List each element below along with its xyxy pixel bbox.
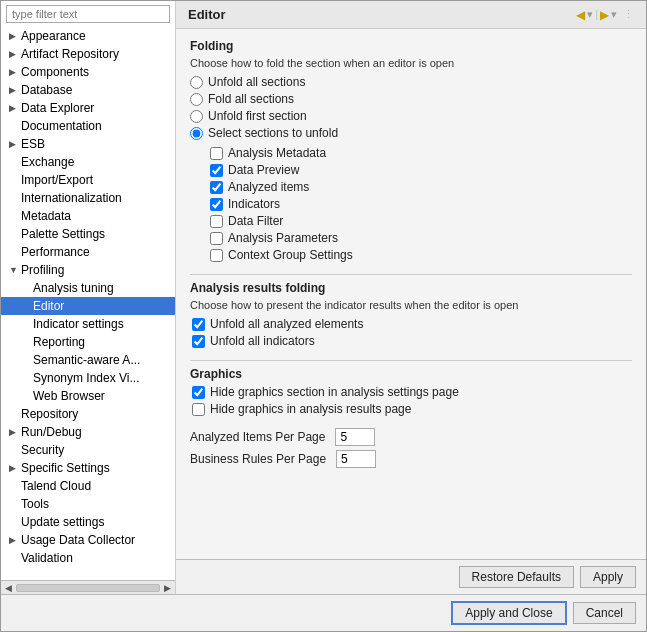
expand-arrow: ▶: [9, 49, 21, 59]
radio-select-sections-input[interactable]: [190, 127, 203, 140]
radio-select-sections[interactable]: Select sections to unfold: [190, 126, 632, 140]
cb-hide-graphics-settings-input[interactable]: [192, 386, 205, 399]
cb-data-filter[interactable]: Data Filter: [210, 214, 632, 228]
sidebar-item-reporting[interactable]: Reporting: [1, 333, 175, 351]
sidebar-item-performance[interactable]: Performance: [1, 243, 175, 261]
business-rules-row: Business Rules Per Page: [190, 450, 632, 468]
sidebar-item-import-export[interactable]: Import/Export: [1, 171, 175, 189]
back-arrow-icon[interactable]: ◀: [576, 8, 585, 22]
left-panel: ▶ Appearance ▶ Artifact Repository ▶ Com…: [1, 1, 176, 594]
sidebar-item-artifact-repository[interactable]: ▶ Artifact Repository: [1, 45, 175, 63]
sidebar-item-analysis-tuning[interactable]: Analysis tuning: [1, 279, 175, 297]
cb-data-preview-input[interactable]: [210, 164, 223, 177]
cb-unfold-analyzed-input[interactable]: [192, 318, 205, 331]
radio-unfold-all[interactable]: Unfold all sections: [190, 75, 632, 89]
sidebar-item-repository[interactable]: Repository: [1, 405, 175, 423]
cb-analyzed-items-label: Analyzed items: [228, 180, 309, 194]
folding-checkbox-group: Analysis Metadata Data Preview Analyzed …: [210, 146, 632, 262]
radio-fold-all-input[interactable]: [190, 93, 203, 106]
cb-analysis-parameters[interactable]: Analysis Parameters: [210, 231, 632, 245]
restore-defaults-button[interactable]: Restore Defaults: [459, 566, 574, 588]
sidebar-item-exchange[interactable]: Exchange: [1, 153, 175, 171]
sidebar-item-internationalization[interactable]: Internationalization: [1, 189, 175, 207]
cb-unfold-indicators-input[interactable]: [192, 335, 205, 348]
sidebar-item-label: Tools: [21, 497, 171, 511]
sidebar-item-specific-settings[interactable]: ▶ Specific Settings: [1, 459, 175, 477]
tree-scrollbar[interactable]: ◀ ▶: [1, 580, 175, 594]
cb-indicators-input[interactable]: [210, 198, 223, 211]
scroll-right-btn[interactable]: ▶: [162, 583, 173, 593]
radio-unfold-first[interactable]: Unfold first section: [190, 109, 632, 123]
cb-context-group[interactable]: Context Group Settings: [210, 248, 632, 262]
cb-context-group-input[interactable]: [210, 249, 223, 262]
more-icon[interactable]: ⋮: [623, 8, 634, 21]
hscroll-thumb[interactable]: [16, 584, 160, 592]
dropdown-arrow2-icon[interactable]: ▾: [611, 8, 617, 21]
sidebar-item-components[interactable]: ▶ Components: [1, 63, 175, 81]
dropdown-arrow-icon[interactable]: ▾: [587, 8, 593, 21]
forward-arrow-icon[interactable]: ▶: [600, 8, 609, 22]
sidebar-item-label: Documentation: [21, 119, 171, 133]
sidebar-item-usage-data-collector[interactable]: ▶ Usage Data Collector: [1, 531, 175, 549]
sidebar-item-validation[interactable]: Validation: [1, 549, 175, 567]
cb-hide-graphics-results-input[interactable]: [192, 403, 205, 416]
sidebar-item-label: Palette Settings: [21, 227, 171, 241]
sidebar-item-editor[interactable]: Editor: [1, 297, 175, 315]
sidebar-item-label: Internationalization: [21, 191, 171, 205]
sidebar-item-palette-settings[interactable]: Palette Settings: [1, 225, 175, 243]
sidebar-item-esb[interactable]: ▶ ESB: [1, 135, 175, 153]
nav-arrows: ◀ ▾ | ▶ ▾ ⋮: [576, 8, 634, 22]
sidebar-item-label: Exchange: [21, 155, 171, 169]
cb-data-filter-label: Data Filter: [228, 214, 283, 228]
business-rules-input[interactable]: [336, 450, 376, 468]
page-title: Editor: [188, 7, 226, 22]
cb-data-filter-input[interactable]: [210, 215, 223, 228]
sidebar-item-documentation[interactable]: Documentation: [1, 117, 175, 135]
cb-unfold-indicators[interactable]: Unfold all indicators: [192, 334, 632, 348]
apply-and-close-button[interactable]: Apply and Close: [451, 601, 566, 625]
cb-hide-graphics-settings[interactable]: Hide graphics section in analysis settin…: [192, 385, 632, 399]
sidebar-item-run-debug[interactable]: ▶ Run/Debug: [1, 423, 175, 441]
cb-analysis-metadata-input[interactable]: [210, 147, 223, 160]
radio-unfold-first-input[interactable]: [190, 110, 203, 123]
sidebar-item-tools[interactable]: Tools: [1, 495, 175, 513]
cb-analysis-metadata[interactable]: Analysis Metadata: [210, 146, 632, 160]
cb-unfold-analyzed[interactable]: Unfold all analyzed elements: [192, 317, 632, 331]
business-rules-label: Business Rules Per Page: [190, 452, 326, 466]
sidebar-item-label: Repository: [21, 407, 171, 421]
cb-data-preview[interactable]: Data Preview: [210, 163, 632, 177]
expand-arrow: ▶: [9, 67, 21, 77]
cb-hide-graphics-results[interactable]: Hide graphics in analysis results page: [192, 402, 632, 416]
radio-unfold-all-input[interactable]: [190, 76, 203, 89]
analyzed-items-label: Analyzed Items Per Page: [190, 430, 325, 444]
sidebar-item-metadata[interactable]: Metadata: [1, 207, 175, 225]
cb-indicators-label: Indicators: [228, 197, 280, 211]
cb-analyzed-items[interactable]: Analyzed items: [210, 180, 632, 194]
sidebar-item-appearance[interactable]: ▶ Appearance: [1, 27, 175, 45]
sidebar-item-data-explorer[interactable]: ▶ Data Explorer: [1, 99, 175, 117]
radio-fold-all[interactable]: Fold all sections: [190, 92, 632, 106]
scroll-left-btn[interactable]: ◀: [3, 583, 14, 593]
sidebar-item-label: Synonym Index Vi...: [33, 371, 171, 385]
bottom-action-bar: Restore Defaults Apply: [176, 559, 646, 594]
sidebar-item-database[interactable]: ▶ Database: [1, 81, 175, 99]
analyzed-items-input[interactable]: [335, 428, 375, 446]
apply-button[interactable]: Apply: [580, 566, 636, 588]
sidebar-item-security[interactable]: Security: [1, 441, 175, 459]
sidebar-item-indicator-settings[interactable]: Indicator settings: [1, 315, 175, 333]
sidebar-item-update-settings[interactable]: Update settings: [1, 513, 175, 531]
cb-indicators[interactable]: Indicators: [210, 197, 632, 211]
filter-input[interactable]: [6, 5, 170, 23]
graphics-section: Graphics Hide graphics section in analys…: [190, 367, 632, 416]
cb-analyzed-items-input[interactable]: [210, 181, 223, 194]
sidebar-item-profiling[interactable]: ▼ Profiling: [1, 261, 175, 279]
sidebar-item-web-browser[interactable]: Web Browser: [1, 387, 175, 405]
cancel-button[interactable]: Cancel: [573, 602, 636, 624]
sidebar-item-talend-cloud[interactable]: Talend Cloud: [1, 477, 175, 495]
analysis-results-section: Analysis results folding Choose how to p…: [190, 281, 632, 348]
tree-container: ▶ Appearance ▶ Artifact Repository ▶ Com…: [1, 27, 175, 580]
cb-analysis-parameters-input[interactable]: [210, 232, 223, 245]
sidebar-item-synonym-index[interactable]: Synonym Index Vi...: [1, 369, 175, 387]
sidebar-item-label: Update settings: [21, 515, 171, 529]
sidebar-item-semantic-aware[interactable]: Semantic-aware A...: [1, 351, 175, 369]
